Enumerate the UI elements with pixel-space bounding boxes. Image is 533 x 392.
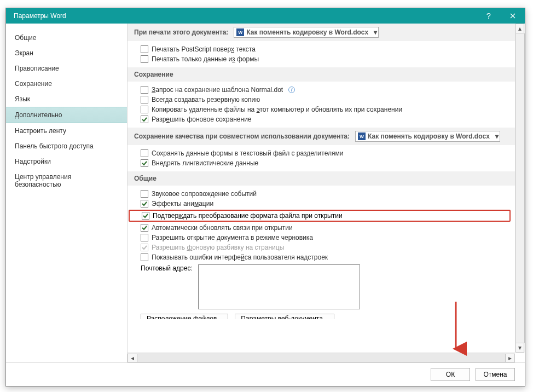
scroll-track[interactable] [137, 354, 505, 362]
sidebar-item-ribbon[interactable]: Настроить ленту [6, 123, 127, 139]
dialog-footer: ОК Отмена [6, 363, 525, 386]
opt-print-postscript[interactable]: Печатать PostScript поверх текста [128, 44, 515, 54]
print-document-select[interactable]: W Как поменять кодировку в Word.docx ▾ [234, 27, 379, 38]
fidelity-document-select[interactable]: W Как поменять кодировку в Word.docx ▾ [355, 131, 500, 142]
sidebar-item-advanced[interactable]: Дополнительно [6, 107, 127, 123]
opt-sound-feedback[interactable]: Звуковое сопровождение событий [128, 189, 515, 199]
opt-confirm-convert-highlight[interactable]: Подтверждать преобразование формата файл… [129, 210, 511, 222]
scroll-down-button[interactable]: ▾ [515, 343, 524, 353]
scroll-up-button[interactable]: ▴ [515, 24, 524, 33]
opt-background-pagination: Разрешить фоновую разбивку на страницы [128, 243, 515, 252]
cancel-button[interactable]: Отмена [476, 368, 515, 381]
help-button[interactable]: ? [477, 8, 501, 24]
file-locations-button[interactable]: Расположение файлов... [141, 314, 228, 324]
opt-save-normal-prompt[interactable]: Запрос на сохранение шаблона Normal.doti [128, 85, 515, 95]
opt-save-copy-remote[interactable]: Копировать удаленные файлы на этот компь… [128, 105, 515, 114]
sidebar-item-proofing[interactable]: Правописание [6, 61, 127, 76]
info-icon[interactable]: i [288, 87, 295, 93]
sidebar-item-quick-access[interactable]: Панель быстрого доступа [6, 139, 127, 154]
scroll-right-button[interactable]: ▸ [505, 354, 515, 362]
titlebar: Параметры Word ? [6, 8, 525, 24]
chevron-down-icon: ▾ [495, 132, 499, 140]
opt-animation-effects[interactable]: Эффекты анимации [128, 199, 515, 209]
window-title: Параметры Word [14, 12, 477, 20]
opt-fidelity-linguistic[interactable]: Внедрять лингвистические данные [128, 158, 515, 168]
opt-save-backup[interactable]: Всегда создавать резервную копию [128, 95, 515, 105]
mailing-address-input[interactable] [198, 264, 360, 309]
opt-addin-ui-errors[interactable]: Показывать ошибки интерфейса пользовател… [128, 252, 515, 262]
word-doc-icon: W [236, 28, 244, 36]
category-sidebar: Общие Экран Правописание Сохранение Язык… [6, 24, 128, 362]
ok-button[interactable]: ОК [431, 368, 470, 381]
sidebar-item-display[interactable]: Экран [6, 45, 127, 61]
opt-auto-update-links[interactable]: Автоматически обновлять связи при открыт… [128, 223, 515, 233]
close-button[interactable] [501, 8, 525, 24]
opt-fidelity-form-text[interactable]: Сохранять данные формы в текстовый файл … [128, 148, 515, 158]
sidebar-item-addins[interactable]: Надстройки [6, 154, 127, 169]
sidebar-item-general[interactable]: Общие [6, 30, 127, 45]
scroll-left-button[interactable]: ◂ [128, 354, 137, 362]
group-save-header: Сохранение [128, 67, 515, 82]
sidebar-item-trust-center[interactable]: Центр управления безопасностью [6, 169, 127, 192]
word-doc-icon: W [358, 132, 366, 140]
group-general-header: Общие [128, 171, 515, 186]
group-fidelity-header: Сохранение качества при совместном испол… [128, 128, 515, 145]
mailing-address-label: Почтовый адрес: [141, 264, 193, 272]
web-options-button[interactable]: Параметры веб-документа... [235, 314, 334, 324]
horizontal-scrollbar[interactable]: ◂ ▸ [128, 353, 515, 362]
group-print-header: При печати этого документа: W Как поменя… [128, 24, 515, 41]
sidebar-item-language[interactable]: Язык [6, 91, 127, 107]
opt-open-draft[interactable]: Разрешить открытие документа в режиме че… [128, 233, 515, 243]
opt-print-form-data[interactable]: Печатать только данные из формы [128, 54, 515, 64]
dialog-window: Параметры Word ? Общие Экран Правописани… [5, 8, 525, 387]
scroll-track[interactable] [515, 33, 525, 343]
options-content: При печати этого документа: W Как поменя… [128, 24, 525, 362]
chevron-down-icon: ▾ [374, 28, 377, 36]
vertical-scrollbar[interactable]: ▴ ▾ [515, 24, 525, 353]
close-icon [510, 13, 515, 19]
mailing-address-row: Почтовый адрес: [128, 262, 515, 312]
sidebar-item-save[interactable]: Сохранение [6, 76, 127, 91]
opt-save-background[interactable]: Разрешить фоновое сохранение [128, 114, 515, 124]
